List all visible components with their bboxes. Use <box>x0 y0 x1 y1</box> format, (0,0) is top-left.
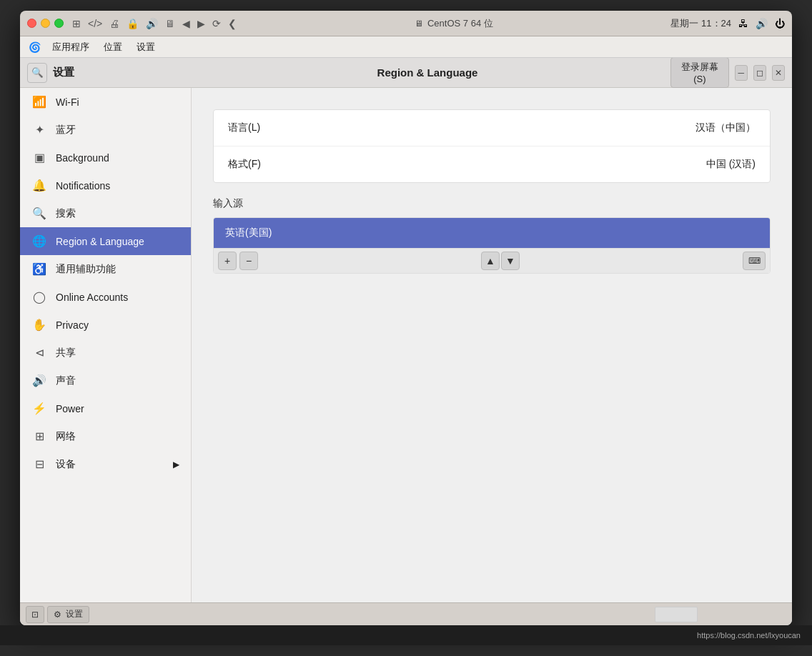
format-row: 格式(F) 中国 (汉语) <box>214 146 770 182</box>
lock-icon[interactable]: 🔒 <box>127 18 139 29</box>
sidebar-item-bluetooth[interactable]: ✦蓝牙 <box>20 116 191 144</box>
app-header-right: 登录屏幕(S) ─ ◻ ✕ <box>663 58 792 88</box>
taskbar: ⊡ ⚙ 设置 <box>20 602 792 625</box>
sidebar-label-sharing: 共享 <box>56 347 76 359</box>
language-label: 语言(L) <box>228 121 695 134</box>
network-status-icon[interactable]: 🖧 <box>738 18 748 29</box>
monitor-icon[interactable]: 🖥 <box>165 18 175 29</box>
add-input-button[interactable]: + <box>218 252 237 270</box>
menu-bar-left: 🌀 应用程序 位置 设置 <box>29 39 783 55</box>
back-icon[interactable]: ◀ <box>182 18 190 29</box>
menu-item-location[interactable]: 位置 <box>98 39 128 55</box>
title-bar-right: 星期一 11：24 🖧 🔊 ⏻ <box>670 17 785 30</box>
sidebar-item-region[interactable]: 🌐Region & Language <box>20 227 191 255</box>
privacy-icon: ✋ <box>31 318 47 332</box>
taskbar-empty-box <box>655 607 698 622</box>
input-source-title: 输入源 <box>213 197 771 210</box>
main-window: ⊞ </> 🖨 🔒 🔊 🖥 ◀ ▶ ⟳ ❮ 🖥 CentOS 7 64 位 星期… <box>20 11 792 625</box>
sidebar-item-sound[interactable]: 🔊声音 <box>20 367 191 394</box>
power-icon: ⚡ <box>31 402 47 415</box>
collapse-icon[interactable]: ❮ <box>228 18 237 29</box>
move-up-button[interactable]: ▲ <box>481 252 500 270</box>
remove-input-button[interactable]: − <box>239 252 258 270</box>
menu-item-apps[interactable]: 应用程序 <box>46 39 95 55</box>
sidebar-item-sharing[interactable]: ⊲共享 <box>20 339 191 367</box>
url-text: https://blog.csdn.net/lxyoucan <box>697 631 801 640</box>
login-screen-button[interactable]: 登录屏幕(S) <box>670 58 729 88</box>
keyboard-button[interactable]: ⌨ <box>743 252 766 270</box>
sidebar: 📶Wi-Fi✦蓝牙▣Background🔔Notifications🔍搜索🌐Re… <box>20 88 192 602</box>
close-button[interactable] <box>27 19 36 28</box>
input-list-toolbar: + − ▲ ▼ ⌨ <box>214 248 770 273</box>
sidebar-label-power: Power <box>56 403 84 414</box>
devices-icon: ⊟ <box>31 457 47 471</box>
gnome-icon: 🌀 <box>29 41 41 53</box>
sidebar-item-devices[interactable]: ⊟设备▶ <box>20 450 191 478</box>
title-bar: ⊞ </> 🖨 🔒 🔊 🖥 ◀ ▶ ⟳ ❮ 🖥 CentOS 7 64 位 星期… <box>20 11 792 36</box>
sidebar-label-devices: 设备 <box>56 458 76 471</box>
online-accounts-icon: ◯ <box>31 290 47 304</box>
sidebar-item-online-accounts[interactable]: ◯Online Accounts <box>20 283 191 311</box>
app-header: 🔍 设置 Region & Language 登录屏幕(S) ─ ◻ ✕ <box>20 58 792 88</box>
chevron-right-icon: ▶ <box>173 459 179 469</box>
notifications-icon: 🔔 <box>31 179 47 192</box>
sidebar-label-privacy: Privacy <box>56 319 89 331</box>
app-header-center: Region & Language <box>192 66 663 79</box>
minimize-window-btn[interactable]: ─ <box>735 65 748 81</box>
title-bar-label: CentOS 7 64 位 <box>427 17 493 30</box>
taskbar-app-settings[interactable]: ⚙ 设置 <box>47 606 89 623</box>
taskbar-screen-icon-btn[interactable]: ⊡ <box>26 606 44 623</box>
power-status-icon[interactable]: ⏻ <box>775 18 785 29</box>
minimize-button[interactable] <box>41 19 50 28</box>
restore-window-btn[interactable]: ◻ <box>753 65 766 81</box>
refresh-icon[interactable]: ⟳ <box>212 18 221 29</box>
sidebar-label-sound: 声音 <box>56 374 76 387</box>
search-button[interactable]: 🔍 <box>27 63 47 83</box>
os-icon: 🖥 <box>415 19 423 29</box>
forward-icon[interactable]: ▶ <box>197 18 205 29</box>
traffic-lights <box>27 19 64 28</box>
sidebar-label-accessibility: 通用辅助功能 <box>56 263 116 276</box>
print-icon[interactable]: 🖨 <box>109 18 119 29</box>
datetime-label: 星期一 11：24 <box>670 17 731 30</box>
move-down-button[interactable]: ▼ <box>501 252 520 270</box>
close-window-btn[interactable]: ✕ <box>772 65 785 81</box>
language-row: 语言(L) 汉语（中国） <box>214 110 770 146</box>
up-down-group: ▲ ▼ <box>481 252 520 270</box>
sidebar-item-power[interactable]: ⚡Power <box>20 394 191 422</box>
sidebar-label-notifications: Notifications <box>56 180 110 192</box>
background-icon: ▣ <box>31 151 47 164</box>
sidebar-label-online-accounts: Online Accounts <box>56 292 128 303</box>
sidebar-item-accessibility[interactable]: ♿通用辅助功能 <box>20 255 191 283</box>
maximize-button[interactable] <box>54 19 64 28</box>
sidebar-item-notifications[interactable]: 🔔Notifications <box>20 172 191 199</box>
language-format-card: 语言(L) 汉语（中国） 格式(F) 中国 (汉语) <box>213 109 771 183</box>
input-list-item[interactable]: 英语(美国) <box>214 218 770 248</box>
volume-icon[interactable]: 🔊 <box>146 18 158 29</box>
region-icon: 🌐 <box>31 234 47 248</box>
sidebar-item-privacy[interactable]: ✋Privacy <box>20 311 191 339</box>
taskbar-settings-label: 设置 <box>66 608 83 620</box>
sidebar-item-wifi[interactable]: 📶Wi-Fi <box>20 88 191 116</box>
sidebar-label-region: Region & Language <box>56 236 144 247</box>
sidebar-label-network: 网络 <box>56 430 76 443</box>
sound-icon: 🔊 <box>31 374 47 387</box>
volume-status-icon[interactable]: 🔊 <box>756 18 768 29</box>
main-content: 语言(L) 汉语（中国） 格式(F) 中国 (汉语) 输入源 英语(美国) + <box>192 88 792 602</box>
sidebar-label-wifi: Wi-Fi <box>56 96 79 108</box>
bluetooth-icon: ✦ <box>31 123 47 136</box>
search-icon: 🔍 <box>31 207 47 220</box>
view-sidebar-icon[interactable]: ⊞ <box>72 18 81 29</box>
taskbar-settings-icon: ⚙ <box>54 610 61 620</box>
page-title: Region & Language <box>377 66 478 79</box>
sidebar-item-background[interactable]: ▣Background <box>20 144 191 172</box>
menu-bar: 🌀 应用程序 位置 设置 <box>20 36 792 58</box>
sidebar-item-network[interactable]: ⊞网络 <box>20 422 191 450</box>
menu-item-settings[interactable]: 设置 <box>131 39 161 55</box>
format-value: 中国 (汉语) <box>706 158 756 171</box>
input-source-section: 输入源 英语(美国) + − ▲ ▼ ⌨ <box>213 197 771 274</box>
code-icon[interactable]: </> <box>88 18 102 29</box>
content-area: 📶Wi-Fi✦蓝牙▣Background🔔Notifications🔍搜索🌐Re… <box>20 88 792 602</box>
sidebar-item-search[interactable]: 🔍搜索 <box>20 199 191 227</box>
format-label: 格式(F) <box>228 158 706 171</box>
